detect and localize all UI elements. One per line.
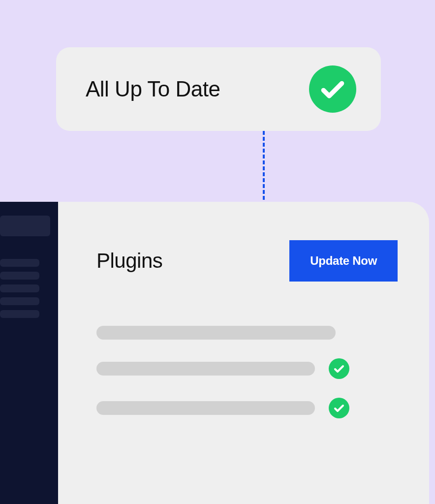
sidebar-item[interactable] xyxy=(0,297,39,305)
sidebar-item[interactable] xyxy=(0,284,39,292)
check-icon xyxy=(329,398,349,418)
main-panel: Plugins Update Now xyxy=(58,202,429,504)
update-now-button[interactable]: Update Now xyxy=(289,240,398,282)
plugin-list xyxy=(96,326,398,418)
plugins-panel-container: Plugins Update Now xyxy=(0,202,429,504)
plugin-name-placeholder xyxy=(96,362,315,376)
plugin-row xyxy=(96,358,398,379)
check-icon xyxy=(309,65,356,113)
plugin-row xyxy=(96,398,398,418)
sidebar xyxy=(0,202,58,504)
sidebar-item[interactable] xyxy=(0,259,39,267)
plugin-name-placeholder xyxy=(96,401,315,415)
status-card: All Up To Date xyxy=(56,47,381,131)
plugin-name-placeholder xyxy=(96,326,336,340)
sidebar-item[interactable] xyxy=(0,272,39,280)
plugin-row xyxy=(96,326,398,340)
check-icon xyxy=(329,358,349,379)
panel-header: Plugins Update Now xyxy=(96,240,398,282)
panel-title: Plugins xyxy=(96,249,162,273)
status-text: All Up To Date xyxy=(86,77,220,101)
sidebar-item[interactable] xyxy=(0,216,50,236)
sidebar-item[interactable] xyxy=(0,310,39,318)
